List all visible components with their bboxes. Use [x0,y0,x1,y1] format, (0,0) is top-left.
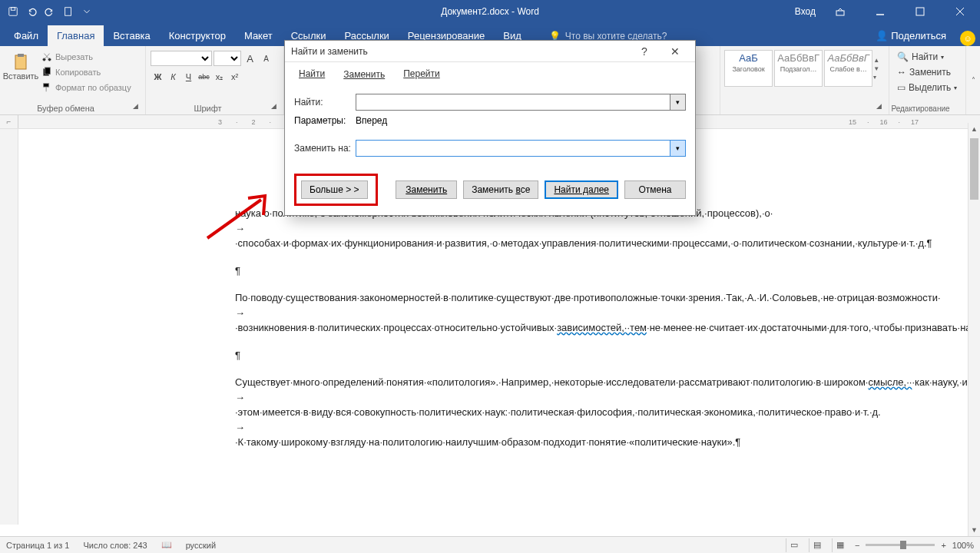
superscript-button[interactable]: x² [227,69,242,84]
more-button[interactable]: Больше > > [301,180,368,199]
font-group: A A Ж К Ч abc x₂ x² Шрифт ◢ [146,46,284,114]
statusbar: Страница 1 из 1 Число слов: 243 📖 русски… [0,536,980,553]
clipboard-expand-icon[interactable]: ◢ [133,102,142,111]
paste-button[interactable]: Вставить [5,49,37,111]
dialog-close-icon[interactable]: ✕ [661,41,689,61]
vertical-ruler[interactable] [0,129,18,525]
close-icon[interactable] [945,0,975,23]
vertical-scrollbar[interactable]: ▲ ▼ [968,123,980,536]
scroll-thumb[interactable] [970,138,978,200]
svg-rect-0 [9,8,18,16]
replace-one-button[interactable]: Заменить [396,180,457,199]
select-button[interactable]: ▭Выделить▾ [894,80,961,95]
quick-access-toolbar [0,3,100,20]
italic-button[interactable]: К [166,69,180,84]
more-button-highlight: Больше > > [294,174,378,206]
web-layout-icon[interactable]: ▦ [832,538,849,552]
svg-rect-15 [45,68,50,75]
tab-layout[interactable]: Макет [235,25,282,46]
page-indicator[interactable]: Страница 1 из 1 [6,541,69,550]
language-indicator[interactable]: русский [186,541,216,550]
tab-design[interactable]: Конструктор [160,25,235,46]
dialog-tabs: Найти Заменить Перейти [285,62,695,83]
style-heading[interactable]: АаБЗаголовок [724,50,773,87]
proofing-icon[interactable]: 📖 [161,540,172,550]
svg-rect-5 [916,8,924,15]
scroll-down-icon[interactable]: ▼ [968,524,980,536]
replace-all-button[interactable]: Заменить все [463,180,538,199]
find-dropdown-icon[interactable]: ▾ [670,94,686,111]
ruler-corner: ⌐ [0,115,18,129]
format-painter-button[interactable]: Формат по образцу [38,81,134,94]
font-name-dropdown[interactable] [151,51,212,66]
tab-home[interactable]: Главная [48,25,104,46]
feedback-smiley-icon[interactable]: ☺ [960,31,975,46]
dialog-titlebar[interactable]: Найти и заменить ? ✕ [285,41,695,62]
save-icon[interactable] [5,3,22,20]
zoom-slider[interactable] [866,544,935,546]
maximize-icon[interactable] [905,0,935,23]
signin-link[interactable]: Вход [795,6,816,17]
scroll-up-icon[interactable]: ▲ [968,123,980,135]
strike-button[interactable]: abc [197,69,211,84]
qat-dropdown-icon[interactable] [78,3,95,20]
find-next-button[interactable]: Найти далее [545,180,618,199]
grow-font-button[interactable]: A [243,51,257,66]
find-button[interactable]: 🔍Найти▾ [894,49,961,65]
font-expand-icon[interactable]: ◢ [271,102,280,111]
dialog-tab-replace[interactable]: Заменить [336,66,392,84]
read-mode-icon[interactable]: ▭ [786,538,803,552]
clipboard-group: Вставить Вырезать Копировать Формат по о… [0,46,146,114]
shrink-font-button[interactable]: A [259,51,273,66]
cancel-button[interactable]: Отмена [624,180,686,199]
svg-rect-8 [15,55,26,69]
dialog-help-icon[interactable]: ? [631,41,658,61]
select-icon: ▭ [897,82,906,93]
ribbon-options-icon[interactable] [825,0,856,23]
zoom-in-icon[interactable]: + [941,541,945,550]
find-input[interactable] [356,94,670,111]
word-count[interactable]: Число слов: 243 [83,541,147,550]
redo-icon[interactable] [41,3,58,20]
copy-button[interactable]: Копировать [38,66,134,78]
styles-group-expand-icon[interactable]: ◢ [876,102,886,111]
dialog-title-text: Найти и заменить [291,46,368,57]
underline-button[interactable]: Ч [181,69,196,84]
font-size-dropdown[interactable] [214,51,241,66]
find-icon: 🔍 [897,51,909,62]
minimize-icon[interactable] [865,0,896,23]
paragraph: ¶ [235,348,733,363]
dialog-tab-find[interactable]: Найти [291,65,333,83]
print-layout-icon[interactable]: ▤ [809,538,826,552]
style-subtle[interactable]: АаБбВвГСлабое в… [824,50,872,87]
cut-button[interactable]: Вырезать [38,51,134,63]
editing-group: 🔍Найти▾ ↔Заменить ▭Выделить▾ Редактирова… [889,46,966,114]
svg-rect-1 [11,8,15,11]
replace-button[interactable]: ↔Заменить [894,65,961,80]
subscript-button[interactable]: x₂ [212,69,227,84]
svg-rect-16 [44,84,49,87]
replace-input[interactable] [356,140,670,157]
tab-insert[interactable]: Вставка [104,25,159,46]
font-group-label: Шрифт [146,104,270,113]
replace-icon: ↔ [897,67,906,78]
find-label: Найти: [294,97,356,108]
undo-icon[interactable] [23,3,40,20]
styles-expand-icon[interactable]: ▾ [873,74,886,81]
svg-rect-2 [65,8,71,16]
style-subtitle[interactable]: АаБбВвГПодзагол… [774,50,823,87]
collapse-ribbon-icon[interactable]: ˄ [966,46,980,114]
zoom-out-icon[interactable]: − [855,541,859,550]
tab-file[interactable]: Файл [5,25,48,46]
styles-up-icon[interactable]: ▲ [873,57,886,64]
bold-button[interactable]: Ж [151,69,165,84]
share-button[interactable]: 👤 Поделиться [868,25,954,46]
paragraph: По·поводу·существования·закономерностей·… [235,290,733,336]
zoom-level[interactable]: 100% [952,541,974,550]
styles-down-icon[interactable]: ▼ [873,65,886,72]
params-label: Параметры: [294,115,356,126]
new-doc-icon[interactable] [60,3,77,20]
dialog-tab-goto[interactable]: Перейти [396,65,448,83]
replace-dropdown-icon[interactable]: ▾ [670,140,686,157]
document-title: Документ2.docx - Word [441,6,539,17]
